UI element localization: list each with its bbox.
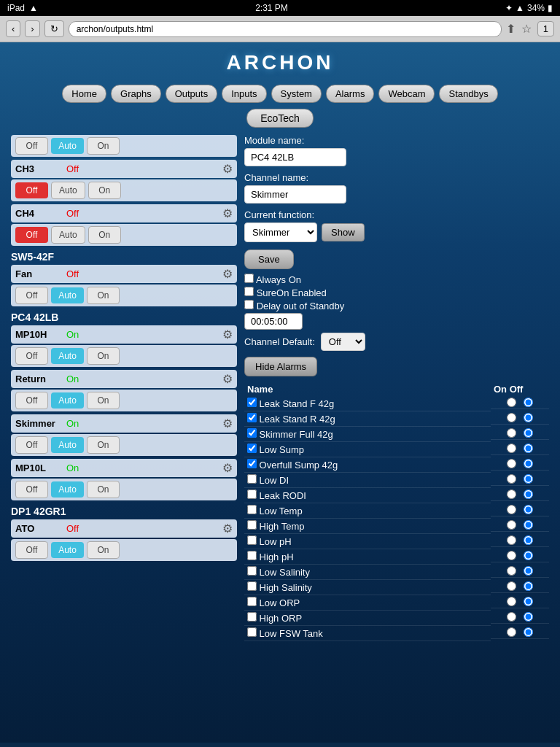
alarm-radio-off[interactable]	[524, 597, 533, 606]
alarm-radio-on[interactable]	[507, 428, 516, 438]
function-select[interactable]: Skimmer Return Refugium Light Heater Fan	[244, 222, 317, 242]
nav-outputs[interactable]: Outputs	[166, 85, 218, 103]
delay-time-input[interactable]	[244, 313, 303, 330]
mp10h-btn-on[interactable]: On	[87, 347, 120, 365]
alarm-radio-on[interactable]	[507, 398, 516, 407]
alarm-radio-off[interactable]	[524, 535, 533, 545]
alarm-checkbox[interactable]	[247, 597, 257, 606]
btn-on-top1[interactable]: On	[87, 137, 120, 155]
alarm-radio-off[interactable]	[524, 428, 533, 438]
delay-standby-checkbox[interactable]	[244, 300, 254, 309]
mp10h-btn-off[interactable]: Off	[15, 347, 48, 365]
nav-standbys[interactable]: Standbys	[439, 85, 497, 103]
alarm-radio-off[interactable]	[524, 505, 533, 514]
skimmer-btn-auto[interactable]: Auto	[51, 437, 84, 453]
ch4-btn-auto[interactable]: Auto	[51, 226, 85, 244]
bookmark-button[interactable]: ☆	[521, 22, 532, 36]
nav-home[interactable]: Home	[62, 85, 106, 103]
fan-btn-off[interactable]: Off	[15, 287, 48, 304]
mp10h-settings-icon[interactable]: ⚙	[222, 328, 233, 341]
alarm-radio-on[interactable]	[507, 505, 516, 514]
return-btn-auto[interactable]: Auto	[51, 392, 84, 409]
alarm-radio-off[interactable]	[524, 612, 533, 622]
alarm-radio-off[interactable]	[524, 489, 533, 499]
back-button[interactable]: ‹	[6, 20, 20, 37]
alarm-radio-off[interactable]	[524, 474, 533, 484]
alarm-checkbox[interactable]	[247, 581, 257, 591]
ecotech-button[interactable]: EcoTech	[246, 109, 314, 128]
skimmer-settings-icon[interactable]: ⚙	[222, 417, 233, 430]
save-button[interactable]: Save	[244, 249, 294, 269]
mp10l-btn-auto[interactable]: Auto	[51, 481, 84, 498]
ato-btn-off[interactable]: Off	[15, 541, 48, 559]
alarm-radio-on[interactable]	[507, 627, 516, 637]
alarm-radio-off[interactable]	[524, 581, 533, 591]
skimmer-btn-on[interactable]: On	[87, 436, 120, 454]
alarm-checkbox[interactable]	[247, 398, 257, 407]
alarm-radio-on[interactable]	[507, 597, 516, 606]
alarm-checkbox[interactable]	[247, 535, 257, 545]
fan-btn-on[interactable]: On	[87, 287, 120, 304]
ch4-btn-off[interactable]: Off	[15, 227, 48, 243]
mp10l-btn-on[interactable]: On	[87, 481, 120, 498]
alarm-checkbox[interactable]	[247, 444, 257, 453]
channel-name-input[interactable]	[244, 185, 346, 204]
alarm-radio-on[interactable]	[507, 474, 516, 484]
ch4-btn-on[interactable]: On	[88, 226, 121, 244]
ato-btn-on[interactable]: On	[87, 541, 120, 559]
btn-off-top1[interactable]: Off	[15, 137, 48, 155]
alarm-radio-off[interactable]	[524, 459, 533, 468]
fan-btn-auto[interactable]: Auto	[51, 287, 84, 303]
alarm-radio-on[interactable]	[507, 551, 516, 560]
alarm-checkbox[interactable]	[247, 489, 257, 499]
channel-default-select[interactable]: Off On Auto	[321, 333, 365, 351]
nav-webcam[interactable]: Webcam	[378, 85, 435, 103]
hide-alarms-button[interactable]: Hide Alarms	[244, 357, 317, 376]
alarm-radio-on[interactable]	[507, 413, 516, 422]
ato-btn-auto[interactable]: Auto	[51, 542, 84, 558]
alarm-checkbox[interactable]	[247, 551, 257, 560]
skimmer-btn-off[interactable]: Off	[15, 436, 48, 454]
return-btn-off[interactable]: Off	[15, 392, 48, 409]
alarm-radio-off[interactable]	[524, 444, 533, 453]
alarm-checkbox[interactable]	[247, 459, 257, 468]
alarm-checkbox[interactable]	[247, 474, 257, 484]
alarm-radio-on[interactable]	[507, 612, 516, 622]
return-btn-on[interactable]: On	[87, 392, 120, 409]
alarm-radio-off[interactable]	[524, 520, 533, 530]
alarm-radio-on[interactable]	[507, 444, 516, 453]
alarm-radio-off[interactable]	[524, 627, 533, 637]
nav-inputs[interactable]: Inputs	[222, 85, 266, 103]
alarm-radio-on[interactable]	[507, 566, 516, 576]
alarm-checkbox[interactable]	[247, 428, 257, 438]
ch3-btn-off[interactable]: Off	[15, 182, 48, 198]
return-settings-icon[interactable]: ⚙	[222, 372, 233, 386]
alarm-radio-on[interactable]	[507, 520, 516, 530]
forward-button[interactable]: ›	[25, 20, 39, 37]
mp10h-btn-auto[interactable]: Auto	[51, 348, 84, 364]
nav-system[interactable]: System	[271, 85, 322, 103]
alarm-radio-on[interactable]	[507, 581, 516, 591]
alarm-radio-off[interactable]	[524, 413, 533, 422]
show-button[interactable]: Show	[322, 223, 365, 241]
nav-alarms[interactable]: Alarms	[326, 85, 374, 103]
url-input[interactable]	[69, 21, 502, 37]
module-name-input[interactable]	[244, 148, 346, 166]
tab-count[interactable]: 1	[537, 21, 554, 36]
alarm-checkbox[interactable]	[247, 505, 257, 514]
btn-auto-top1[interactable]: Auto	[51, 138, 84, 154]
reload-button[interactable]: ↻	[44, 20, 64, 37]
alarm-radio-off[interactable]	[524, 551, 533, 560]
alarm-radio-on[interactable]	[507, 459, 516, 468]
alarm-checkbox[interactable]	[247, 566, 257, 576]
alarm-radio-off[interactable]	[524, 398, 533, 407]
ato-settings-icon[interactable]: ⚙	[222, 522, 233, 535]
alarm-radio-on[interactable]	[507, 489, 516, 499]
ch4-settings-icon[interactable]: ⚙	[222, 206, 233, 220]
alarm-checkbox[interactable]	[247, 627, 257, 637]
ch3-settings-icon[interactable]: ⚙	[222, 162, 233, 176]
share-button[interactable]: ⬆	[506, 22, 516, 36]
nav-graphs[interactable]: Graphs	[111, 85, 161, 103]
alarm-radio-on[interactable]	[507, 535, 516, 545]
mp10l-settings-icon[interactable]: ⚙	[222, 461, 233, 475]
